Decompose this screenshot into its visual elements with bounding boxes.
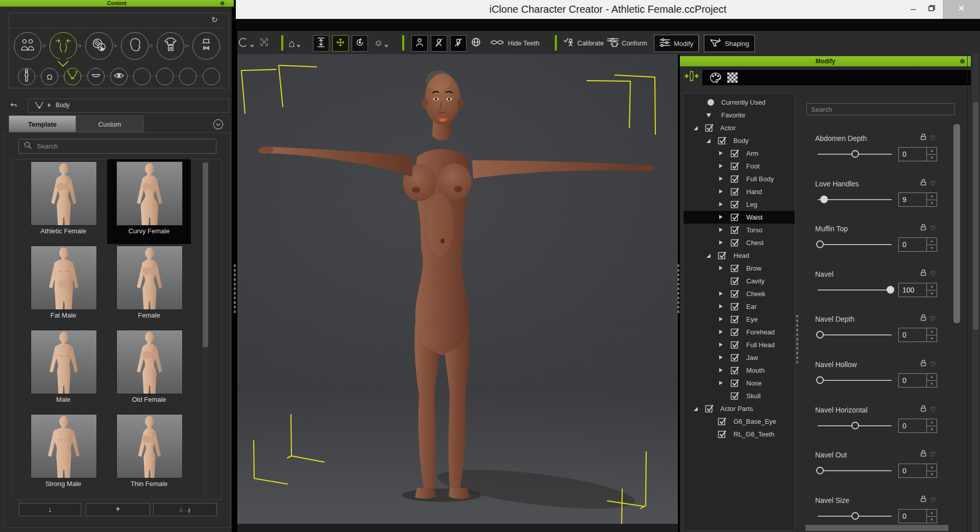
show-grid-button[interactable] (471, 32, 481, 55)
checkbox-checked-icon[interactable] (705, 404, 714, 413)
favorite-icon[interactable]: ♡ (930, 406, 936, 414)
lock-icon[interactable] (920, 269, 927, 278)
favorite-icon[interactable]: ♡ (930, 360, 936, 368)
slider-track[interactable] (818, 425, 892, 426)
template-thumb[interactable] (116, 246, 183, 310)
apply-template-button[interactable]: ↓ (19, 503, 81, 516)
checkbox-checked-icon[interactable] (730, 366, 740, 375)
checkbox-checked-icon[interactable] (730, 340, 740, 349)
morph-search[interactable] (806, 103, 954, 115)
checkbox-checked-icon[interactable] (730, 289, 740, 298)
restore-button[interactable] (923, 0, 940, 19)
tree-item-full-head[interactable]: Full Head (683, 338, 795, 351)
subcat-mouth-icon[interactable] (87, 68, 105, 85)
checkbox-checked-icon[interactable] (730, 378, 740, 388)
slider-thumb[interactable] (851, 512, 859, 520)
checkbox-checked-icon[interactable] (718, 429, 727, 439)
slider-thumb[interactable] (816, 467, 824, 474)
modify-panel-header[interactable]: Modify ⊗ (680, 56, 971, 66)
lock-icon[interactable] (920, 133, 927, 142)
spin-down-icon[interactable]: ▼ (927, 426, 937, 433)
spin-down-icon[interactable]: ▼ (927, 517, 937, 523)
lock-icon[interactable] (920, 405, 927, 414)
tree-item-cheek[interactable]: Cheek (683, 287, 795, 300)
category-accessory-icon[interactable] (192, 32, 220, 60)
template-thumb[interactable] (31, 414, 97, 478)
calibrate-button[interactable]: Calibrate (563, 32, 604, 55)
hide-accessory-button[interactable] (450, 35, 467, 52)
subcat-head-icon[interactable]: Ω (41, 68, 58, 85)
slider-value-box[interactable]: 0 ▲▼ (898, 464, 937, 478)
expand-closed-icon[interactable] (719, 381, 723, 385)
checkbox-checked-icon[interactable] (730, 238, 740, 247)
slider-thumb[interactable] (816, 240, 824, 248)
slider-thumb[interactable] (851, 422, 859, 429)
slider-track[interactable] (818, 244, 892, 245)
favorite-icon[interactable]: ♡ (930, 270, 936, 278)
tree-item-nose[interactable]: Nose (683, 377, 795, 390)
template-thumb[interactable] (116, 330, 183, 394)
expand-closed-icon[interactable] (719, 368, 723, 372)
expand-closed-icon[interactable] (719, 215, 723, 219)
slider-track[interactable] (818, 334, 892, 335)
tree-item-skull[interactable]: Skull (683, 390, 795, 402)
add-template-button[interactable]: + (86, 503, 150, 516)
breadcrumb[interactable]: Body (28, 99, 229, 113)
favorite-icon[interactable]: ♡ (930, 134, 936, 142)
expand-closed-icon[interactable] (719, 228, 723, 232)
favorite-icon[interactable]: ♡ (930, 315, 936, 323)
left-splitter-handle[interactable] (234, 264, 236, 313)
expand-closed-icon[interactable] (719, 164, 723, 168)
expand-closed-icon[interactable] (719, 343, 723, 347)
refresh-icon[interactable]: ↻ (211, 15, 218, 25)
template-thumb[interactable] (31, 161, 97, 226)
lock-icon[interactable] (920, 359, 927, 369)
tree-item-cavity[interactable]: Cavity (683, 275, 795, 287)
spin-up-icon[interactable]: ▲ (927, 148, 937, 155)
slider-track[interactable] (818, 289, 892, 291)
shaping-button[interactable]: Shaping (704, 35, 755, 52)
lock-icon[interactable] (920, 450, 927, 459)
tree-item-jaw[interactable]: Jaw (683, 351, 795, 364)
tree-item-mouth[interactable]: Mouth (683, 364, 795, 377)
template-search[interactable] (18, 139, 216, 154)
subcat-empty-icon[interactable] (203, 68, 220, 85)
tree-item-ear[interactable]: Ear (683, 300, 795, 313)
tab-template[interactable]: Template (9, 115, 76, 132)
slider-track[interactable] (818, 380, 892, 381)
expand-open-icon[interactable] (694, 407, 698, 411)
right-splitter-handle[interactable] (677, 264, 679, 313)
spin-down-icon[interactable]: ▼ (927, 471, 937, 478)
spin-up-icon[interactable]: ▲ (927, 238, 937, 245)
expand-closed-icon[interactable] (719, 330, 723, 334)
lock-icon[interactable] (920, 179, 927, 188)
slider-track[interactable] (818, 154, 892, 155)
expand-closed-icon[interactable] (719, 151, 723, 155)
slider-value-box[interactable]: 0 ▲▼ (898, 237, 937, 252)
checkbox-checked-icon[interactable] (730, 315, 740, 324)
tree-item-body[interactable]: Body (683, 134, 795, 147)
tree-item-waist[interactable]: Waist (683, 211, 795, 224)
expand-closed-icon[interactable] (719, 177, 723, 181)
checkbox-checked-icon[interactable] (730, 212, 740, 222)
checkbox-checked-icon[interactable] (730, 302, 740, 311)
slider-value-box[interactable]: 0 ▲▼ (898, 147, 937, 161)
back-icon[interactable]: ↩ (10, 100, 17, 110)
subcat-eye-icon[interactable] (110, 68, 128, 85)
lock-icon[interactable] (920, 314, 927, 323)
tab-morph[interactable] (684, 70, 699, 84)
spin-up-icon[interactable]: ▲ (927, 510, 937, 517)
expand-open-icon[interactable] (706, 254, 710, 258)
slider-track[interactable] (818, 516, 892, 517)
tree-item-foot[interactable]: Foot (683, 160, 795, 173)
show-avatar-button[interactable] (411, 35, 428, 52)
expand-closed-icon[interactable] (719, 304, 723, 308)
viewport-3d[interactable] (237, 54, 678, 524)
slider-hscrollbar-thumb[interactable] (805, 525, 948, 531)
tree-item-leg[interactable]: Leg (683, 198, 795, 211)
category-cloth-icon[interactable] (157, 32, 184, 60)
template-thumb[interactable] (116, 161, 183, 226)
checkbox-checked-icon[interactable] (718, 136, 727, 145)
template-thumb[interactable] (116, 414, 183, 478)
expand-closed-icon[interactable] (719, 266, 723, 270)
